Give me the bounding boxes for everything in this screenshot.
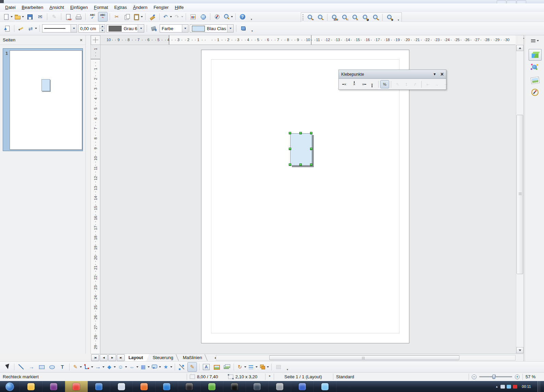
curve-button[interactable]: ✎ [72, 362, 82, 372]
menu-format[interactable]: Format [91, 4, 111, 11]
dropdown-arrow-icon[interactable] [170, 366, 172, 368]
selection-handle[interactable] [299, 163, 302, 166]
undo-button[interactable]: ↶ [162, 12, 172, 22]
format-paintbrush-button[interactable] [148, 12, 157, 22]
zoom-in-button[interactable]: + [515, 375, 520, 379]
cut-button[interactable]: ✂ [112, 12, 122, 22]
new-document-button[interactable] [2, 12, 13, 22]
dropdown-arrow-icon[interactable] [35, 28, 37, 29]
taskbar-item-explorer[interactable] [20, 381, 42, 392]
sidebar-tab-styles[interactable] [529, 62, 541, 73]
insert-from-file-button[interactable] [212, 362, 221, 372]
arrow-shapes-button[interactable]: ⇔ [128, 362, 139, 372]
line-width-spinner[interactable]: 0,00 cm [78, 24, 105, 33]
zoom-objects-button[interactable]: ▪ [371, 13, 380, 22]
tray-icon-0[interactable] [500, 385, 505, 389]
toolbar-grip[interactable] [302, 14, 304, 21]
fill-color-combobox[interactable]: Blau Clas [190, 24, 234, 33]
dropdown-arrow-icon[interactable] [159, 366, 161, 368]
taskbar-item-image-app[interactable] [291, 381, 314, 392]
navigator-button[interactable] [212, 12, 222, 22]
callout-shapes-button[interactable] [151, 362, 161, 372]
tab-ma-linien[interactable]: Maßlinien [180, 354, 208, 361]
line-dialog-button[interactable] [16, 24, 26, 33]
dropdown-arrow-icon[interactable] [181, 16, 183, 17]
line-width-value[interactable]: 0,00 cm [79, 26, 97, 31]
copy-button[interactable] [122, 12, 132, 22]
zoom-pan-button[interactable]: ◈ [385, 13, 394, 22]
scroll-up-button[interactable] [516, 45, 523, 51]
dropdown-arrow-icon[interactable] [256, 366, 258, 368]
exit-direction-top-button[interactable]: × [350, 80, 359, 88]
system-menu-icon[interactable] [0, 0, 4, 3]
symbol-shapes-button[interactable]: ☺ [117, 362, 127, 372]
gluepoints-toolbar-titlebar[interactable]: Klebepunkte ▼ × [339, 70, 446, 79]
menu--ndern[interactable]: Ändern [130, 4, 150, 11]
tray-icon-1[interactable] [507, 385, 511, 389]
page-thumbnail[interactable] [10, 50, 82, 150]
toolbar-overflow-button[interactable]: ▾ [250, 24, 255, 33]
toolbar-overflow-button[interactable]: ▾ [285, 363, 290, 371]
tab-nav-first-button[interactable]: |◀ [91, 354, 99, 361]
taskbar-item-app-blue-swirl[interactable] [88, 381, 110, 392]
zoom-page-button[interactable]: □ [340, 13, 349, 22]
shadow-toggle-button[interactable] [238, 24, 248, 33]
exit-direction-left-button[interactable]: × [341, 80, 350, 88]
line-ends-arrow-button[interactable]: → [27, 362, 36, 372]
panel-splitter[interactable] [86, 35, 91, 354]
zoom-slider-handle[interactable] [492, 375, 495, 379]
scroll-down-button[interactable] [516, 347, 523, 353]
h-ruler[interactable]: 1098765432112345678910111213141516171819… [100, 35, 516, 45]
open-button[interactable] [14, 12, 24, 22]
rotate-button[interactable]: ↻ [236, 362, 247, 372]
v-ruler[interactable]: 1123456789101112131415161718192021222324… [91, 45, 100, 354]
selection-handle[interactable] [310, 148, 312, 150]
block-arrows-button[interactable]: → [94, 362, 105, 372]
paste-button[interactable] [133, 12, 143, 22]
taskbar-item-magnifier-app[interactable] [246, 381, 269, 392]
menu-datei[interactable]: Datei [2, 4, 18, 11]
insert-chart-button[interactable] [188, 12, 198, 22]
sidebar-splitter[interactable]: ▴ [523, 35, 524, 372]
dropdown-arrow-icon[interactable] [148, 366, 150, 368]
dropdown-button[interactable] [227, 25, 233, 32]
menu-einf-gen[interactable]: Einfügen [67, 4, 91, 11]
zoom-100-button[interactable]: 100 [330, 13, 339, 22]
cursor-position-field[interactable]: 8,00 / 7,40 [187, 374, 225, 379]
selection-handle[interactable] [289, 163, 291, 166]
connector-button[interactable] [83, 362, 94, 372]
dropdown-arrow-icon[interactable] [267, 366, 269, 368]
toolbar-overflow-button[interactable]: ▾ [396, 13, 401, 22]
taskbar-item-app-green[interactable] [201, 381, 223, 392]
edit-points-mode-button[interactable] [2, 24, 12, 33]
page-info-field[interactable]: Seite 1 / 1 (Layout) [274, 374, 333, 379]
tab-nav-last-button[interactable]: ▶| [117, 354, 125, 361]
dropdown-arrow-icon[interactable] [114, 366, 116, 368]
selection-handle[interactable] [310, 132, 312, 134]
exit-direction-bottom-button[interactable]: × [368, 80, 376, 88]
line-color-combobox[interactable]: Grau 6 [107, 24, 144, 33]
area-style-combobox[interactable]: Farbe [160, 24, 188, 33]
vertical-scrollbar[interactable] [516, 45, 523, 354]
menu-ansicht[interactable]: Ansicht [46, 4, 67, 11]
page-style-field[interactable]: Standard [333, 374, 469, 379]
dropdown-arrow-icon[interactable] [141, 16, 143, 17]
fontwork-button[interactable]: A [201, 362, 211, 372]
taskbar-item-app-black[interactable] [223, 381, 246, 392]
sidebar-tab-properties[interactable] [529, 49, 542, 61]
tab-steuerung[interactable]: Steuerung [149, 354, 180, 361]
alignment-button[interactable] [247, 362, 258, 372]
zoom-optimal-button[interactable]: ◉ [360, 13, 370, 22]
star-shapes-button[interactable]: ★ [162, 362, 173, 372]
sidebar-tab-navigator[interactable] [529, 87, 541, 98]
area-dialog-button[interactable] [149, 24, 159, 33]
tray-expand-icon[interactable]: ▲ [495, 385, 498, 388]
zoom-out-button[interactable]: − [316, 13, 325, 22]
horizontal-scrollbar-thumb[interactable] [269, 355, 459, 360]
zoom-slider-track[interactable] [479, 376, 512, 377]
drawing-canvas[interactable] [100, 45, 516, 354]
select-button[interactable] [2, 362, 12, 372]
dropdown-arrow-icon[interactable] [170, 16, 172, 17]
zoom-percentage[interactable]: 57 % [523, 374, 544, 379]
selection-handle[interactable] [310, 163, 312, 166]
